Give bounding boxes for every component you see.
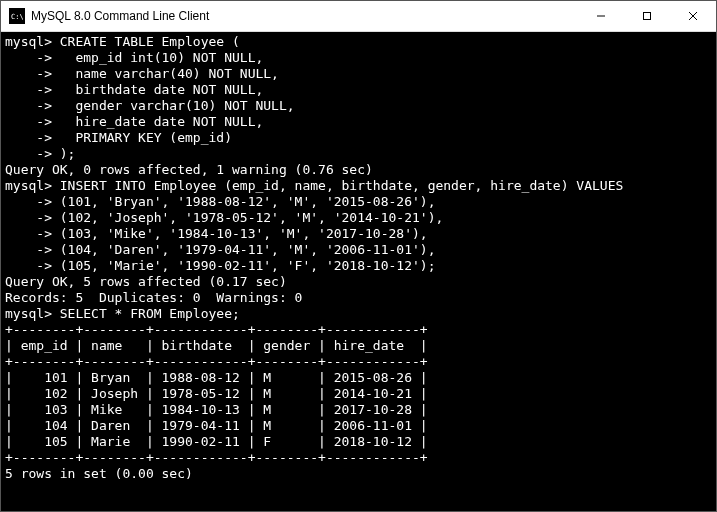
- terminal-line: +--------+--------+------------+--------…: [5, 450, 712, 466]
- terminal-line: +--------+--------+------------+--------…: [5, 354, 712, 370]
- app-icon: C:\: [9, 8, 25, 24]
- terminal-line: -> hire_date date NOT NULL,: [5, 114, 712, 130]
- terminal-line: 5 rows in set (0.00 sec): [5, 466, 712, 482]
- app-window: C:\ MySQL 8.0 Command Line Client mysql>…: [0, 0, 717, 512]
- terminal-output[interactable]: mysql> CREATE TABLE Employee ( -> emp_id…: [1, 32, 716, 511]
- terminal-line: -> (103, 'Mike', '1984-10-13', 'M', '201…: [5, 226, 712, 242]
- terminal-line: | emp_id | name | birthdate | gender | h…: [5, 338, 712, 354]
- svg-rect-2: [644, 13, 651, 20]
- terminal-line: -> (101, 'Bryan', '1988-08-12', 'M', '20…: [5, 194, 712, 210]
- terminal-line: Query OK, 5 rows affected (0.17 sec): [5, 274, 712, 290]
- terminal-line: mysql> SELECT * FROM Employee;: [5, 306, 712, 322]
- terminal-line: | 104 | Daren | 1979-04-11 | M | 2006-11…: [5, 418, 712, 434]
- terminal-line: | 102 | Joseph | 1978-05-12 | M | 2014-1…: [5, 386, 712, 402]
- terminal-line: -> gender varchar(10) NOT NULL,: [5, 98, 712, 114]
- window-title: MySQL 8.0 Command Line Client: [31, 9, 209, 23]
- terminal-line: -> (104, 'Daren', '1979-04-11', 'M', '20…: [5, 242, 712, 258]
- terminal-line: -> (102, 'Joseph', '1978-05-12', 'M', '2…: [5, 210, 712, 226]
- svg-text:C:\: C:\: [11, 13, 23, 21]
- terminal-line: Query OK, 0 rows affected, 1 warning (0.…: [5, 162, 712, 178]
- terminal-line: | 105 | Marie | 1990-02-11 | F | 2018-10…: [5, 434, 712, 450]
- terminal-line: -> PRIMARY KEY (emp_id): [5, 130, 712, 146]
- titlebar[interactable]: C:\ MySQL 8.0 Command Line Client: [1, 1, 716, 32]
- terminal-line: -> emp_id int(10) NOT NULL,: [5, 50, 712, 66]
- terminal-line: | 101 | Bryan | 1988-08-12 | M | 2015-08…: [5, 370, 712, 386]
- terminal-line: -> birthdate date NOT NULL,: [5, 82, 712, 98]
- terminal-line: -> (105, 'Marie', '1990-02-11', 'F', '20…: [5, 258, 712, 274]
- terminal-line: mysql> CREATE TABLE Employee (: [5, 34, 712, 50]
- window-controls: [578, 1, 716, 31]
- terminal-line: -> );: [5, 146, 712, 162]
- terminal-line: Records: 5 Duplicates: 0 Warnings: 0: [5, 290, 712, 306]
- terminal-line: | 103 | Mike | 1984-10-13 | M | 2017-10-…: [5, 402, 712, 418]
- terminal-line: -> name varchar(40) NOT NULL,: [5, 66, 712, 82]
- terminal-line: +--------+--------+------------+--------…: [5, 322, 712, 338]
- minimize-button[interactable]: [578, 1, 624, 31]
- maximize-button[interactable]: [624, 1, 670, 31]
- terminal-line: mysql> INSERT INTO Employee (emp_id, nam…: [5, 178, 712, 194]
- close-button[interactable]: [670, 1, 716, 31]
